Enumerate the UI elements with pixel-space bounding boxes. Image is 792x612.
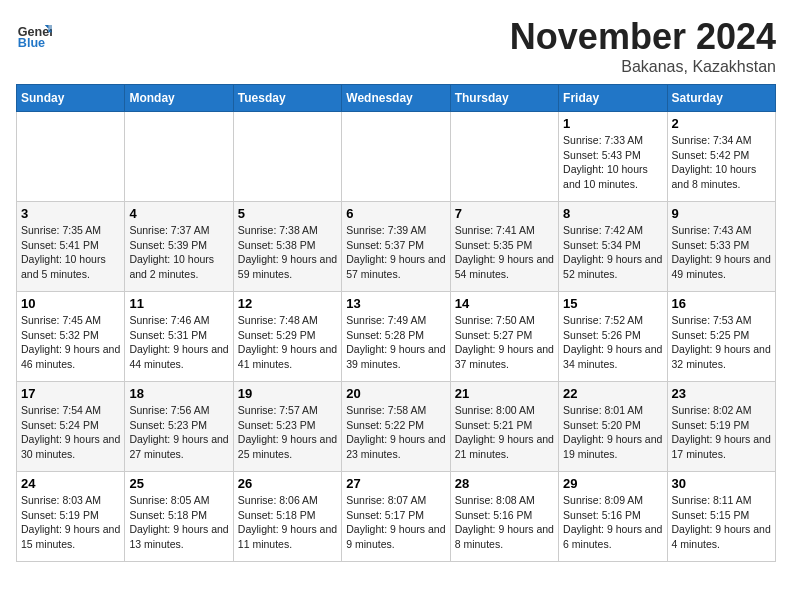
weekday-header-friday: Friday xyxy=(559,85,667,112)
day-info: Sunrise: 8:08 AM Sunset: 5:16 PM Dayligh… xyxy=(455,493,554,552)
day-info: Sunrise: 8:11 AM Sunset: 5:15 PM Dayligh… xyxy=(672,493,771,552)
logo: General Blue xyxy=(16,16,52,52)
calendar-cell-3: 3Sunrise: 7:35 AM Sunset: 5:41 PM Daylig… xyxy=(17,202,125,292)
calendar-cell-30: 30Sunrise: 8:11 AM Sunset: 5:15 PM Dayli… xyxy=(667,472,775,562)
day-info: Sunrise: 7:35 AM Sunset: 5:41 PM Dayligh… xyxy=(21,223,120,282)
calendar-cell-4: 4Sunrise: 7:37 AM Sunset: 5:39 PM Daylig… xyxy=(125,202,233,292)
weekday-header-thursday: Thursday xyxy=(450,85,558,112)
weekday-header-row: SundayMondayTuesdayWednesdayThursdayFrid… xyxy=(17,85,776,112)
day-info: Sunrise: 8:01 AM Sunset: 5:20 PM Dayligh… xyxy=(563,403,662,462)
weekday-header-tuesday: Tuesday xyxy=(233,85,341,112)
calendar-cell-15: 15Sunrise: 7:52 AM Sunset: 5:26 PM Dayli… xyxy=(559,292,667,382)
calendar-week-2: 3Sunrise: 7:35 AM Sunset: 5:41 PM Daylig… xyxy=(17,202,776,292)
day-info: Sunrise: 8:05 AM Sunset: 5:18 PM Dayligh… xyxy=(129,493,228,552)
day-info: Sunrise: 7:42 AM Sunset: 5:34 PM Dayligh… xyxy=(563,223,662,282)
calendar-cell-5: 5Sunrise: 7:38 AM Sunset: 5:38 PM Daylig… xyxy=(233,202,341,292)
day-number: 30 xyxy=(672,476,771,491)
weekday-header-monday: Monday xyxy=(125,85,233,112)
day-number: 2 xyxy=(672,116,771,131)
calendar-week-3: 10Sunrise: 7:45 AM Sunset: 5:32 PM Dayli… xyxy=(17,292,776,382)
day-number: 15 xyxy=(563,296,662,311)
day-number: 19 xyxy=(238,386,337,401)
day-info: Sunrise: 7:57 AM Sunset: 5:23 PM Dayligh… xyxy=(238,403,337,462)
calendar-cell-empty xyxy=(233,112,341,202)
day-info: Sunrise: 7:43 AM Sunset: 5:33 PM Dayligh… xyxy=(672,223,771,282)
svg-text:Blue: Blue xyxy=(18,36,45,50)
day-number: 12 xyxy=(238,296,337,311)
calendar-cell-empty xyxy=(125,112,233,202)
day-number: 1 xyxy=(563,116,662,131)
day-number: 22 xyxy=(563,386,662,401)
calendar-cell-6: 6Sunrise: 7:39 AM Sunset: 5:37 PM Daylig… xyxy=(342,202,450,292)
calendar-cell-28: 28Sunrise: 8:08 AM Sunset: 5:16 PM Dayli… xyxy=(450,472,558,562)
calendar-cell-empty xyxy=(450,112,558,202)
calendar-cell-14: 14Sunrise: 7:50 AM Sunset: 5:27 PM Dayli… xyxy=(450,292,558,382)
day-info: Sunrise: 8:02 AM Sunset: 5:19 PM Dayligh… xyxy=(672,403,771,462)
calendar-cell-7: 7Sunrise: 7:41 AM Sunset: 5:35 PM Daylig… xyxy=(450,202,558,292)
calendar-cell-22: 22Sunrise: 8:01 AM Sunset: 5:20 PM Dayli… xyxy=(559,382,667,472)
month-title: November 2024 xyxy=(510,16,776,58)
calendar-cell-13: 13Sunrise: 7:49 AM Sunset: 5:28 PM Dayli… xyxy=(342,292,450,382)
calendar-cell-21: 21Sunrise: 8:00 AM Sunset: 5:21 PM Dayli… xyxy=(450,382,558,472)
calendar-cell-19: 19Sunrise: 7:57 AM Sunset: 5:23 PM Dayli… xyxy=(233,382,341,472)
day-info: Sunrise: 7:38 AM Sunset: 5:38 PM Dayligh… xyxy=(238,223,337,282)
day-info: Sunrise: 7:50 AM Sunset: 5:27 PM Dayligh… xyxy=(455,313,554,372)
day-info: Sunrise: 7:56 AM Sunset: 5:23 PM Dayligh… xyxy=(129,403,228,462)
calendar-cell-18: 18Sunrise: 7:56 AM Sunset: 5:23 PM Dayli… xyxy=(125,382,233,472)
day-number: 29 xyxy=(563,476,662,491)
day-number: 7 xyxy=(455,206,554,221)
calendar-week-5: 24Sunrise: 8:03 AM Sunset: 5:19 PM Dayli… xyxy=(17,472,776,562)
page-header: General Blue November 2024 Bakanas, Kaza… xyxy=(16,16,776,76)
day-info: Sunrise: 7:37 AM Sunset: 5:39 PM Dayligh… xyxy=(129,223,228,282)
calendar-cell-26: 26Sunrise: 8:06 AM Sunset: 5:18 PM Dayli… xyxy=(233,472,341,562)
calendar-cell-10: 10Sunrise: 7:45 AM Sunset: 5:32 PM Dayli… xyxy=(17,292,125,382)
day-number: 11 xyxy=(129,296,228,311)
calendar-cell-empty xyxy=(342,112,450,202)
day-info: Sunrise: 8:09 AM Sunset: 5:16 PM Dayligh… xyxy=(563,493,662,552)
day-info: Sunrise: 7:46 AM Sunset: 5:31 PM Dayligh… xyxy=(129,313,228,372)
calendar-cell-23: 23Sunrise: 8:02 AM Sunset: 5:19 PM Dayli… xyxy=(667,382,775,472)
day-info: Sunrise: 7:54 AM Sunset: 5:24 PM Dayligh… xyxy=(21,403,120,462)
weekday-header-saturday: Saturday xyxy=(667,85,775,112)
day-number: 21 xyxy=(455,386,554,401)
calendar-cell-25: 25Sunrise: 8:05 AM Sunset: 5:18 PM Dayli… xyxy=(125,472,233,562)
day-number: 14 xyxy=(455,296,554,311)
day-number: 16 xyxy=(672,296,771,311)
calendar-cell-24: 24Sunrise: 8:03 AM Sunset: 5:19 PM Dayli… xyxy=(17,472,125,562)
calendar-cell-27: 27Sunrise: 8:07 AM Sunset: 5:17 PM Dayli… xyxy=(342,472,450,562)
day-number: 13 xyxy=(346,296,445,311)
day-number: 28 xyxy=(455,476,554,491)
day-info: Sunrise: 7:49 AM Sunset: 5:28 PM Dayligh… xyxy=(346,313,445,372)
calendar-cell-2: 2Sunrise: 7:34 AM Sunset: 5:42 PM Daylig… xyxy=(667,112,775,202)
day-number: 17 xyxy=(21,386,120,401)
calendar-week-4: 17Sunrise: 7:54 AM Sunset: 5:24 PM Dayli… xyxy=(17,382,776,472)
calendar-cell-empty xyxy=(17,112,125,202)
calendar-cell-8: 8Sunrise: 7:42 AM Sunset: 5:34 PM Daylig… xyxy=(559,202,667,292)
weekday-header-sunday: Sunday xyxy=(17,85,125,112)
day-number: 23 xyxy=(672,386,771,401)
day-info: Sunrise: 7:33 AM Sunset: 5:43 PM Dayligh… xyxy=(563,133,662,192)
day-number: 8 xyxy=(563,206,662,221)
day-info: Sunrise: 8:03 AM Sunset: 5:19 PM Dayligh… xyxy=(21,493,120,552)
location: Bakanas, Kazakhstan xyxy=(510,58,776,76)
day-number: 6 xyxy=(346,206,445,221)
calendar-cell-20: 20Sunrise: 7:58 AM Sunset: 5:22 PM Dayli… xyxy=(342,382,450,472)
day-info: Sunrise: 7:48 AM Sunset: 5:29 PM Dayligh… xyxy=(238,313,337,372)
day-info: Sunrise: 8:00 AM Sunset: 5:21 PM Dayligh… xyxy=(455,403,554,462)
day-number: 24 xyxy=(21,476,120,491)
title-area: November 2024 Bakanas, Kazakhstan xyxy=(510,16,776,76)
day-info: Sunrise: 8:06 AM Sunset: 5:18 PM Dayligh… xyxy=(238,493,337,552)
day-info: Sunrise: 7:39 AM Sunset: 5:37 PM Dayligh… xyxy=(346,223,445,282)
logo-icon: General Blue xyxy=(16,16,52,52)
day-number: 18 xyxy=(129,386,228,401)
calendar-cell-17: 17Sunrise: 7:54 AM Sunset: 5:24 PM Dayli… xyxy=(17,382,125,472)
day-number: 4 xyxy=(129,206,228,221)
calendar-table: SundayMondayTuesdayWednesdayThursdayFrid… xyxy=(16,84,776,562)
day-number: 26 xyxy=(238,476,337,491)
calendar-cell-1: 1Sunrise: 7:33 AM Sunset: 5:43 PM Daylig… xyxy=(559,112,667,202)
calendar-cell-16: 16Sunrise: 7:53 AM Sunset: 5:25 PM Dayli… xyxy=(667,292,775,382)
day-info: Sunrise: 7:34 AM Sunset: 5:42 PM Dayligh… xyxy=(672,133,771,192)
calendar-cell-12: 12Sunrise: 7:48 AM Sunset: 5:29 PM Dayli… xyxy=(233,292,341,382)
calendar-cell-11: 11Sunrise: 7:46 AM Sunset: 5:31 PM Dayli… xyxy=(125,292,233,382)
day-number: 5 xyxy=(238,206,337,221)
